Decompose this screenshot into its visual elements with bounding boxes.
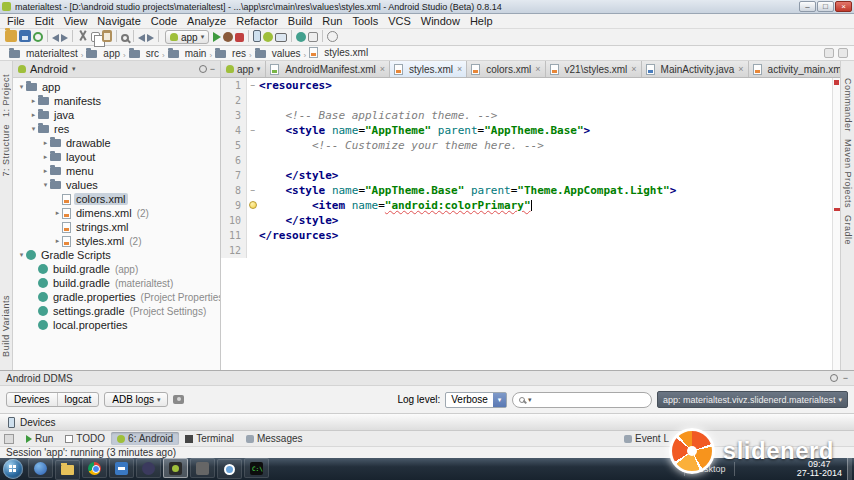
ddms-tab-logcat[interactable]: logcat: [57, 393, 99, 406]
browser-taskbar-button[interactable]: [28, 458, 53, 478]
editor-tab-androidmanifest-xml[interactable]: AndroidManifest.xml×: [266, 61, 390, 77]
console-taskbar-button[interactable]: [244, 458, 269, 478]
chevron-down-icon[interactable]: ▾: [29, 125, 38, 133]
tree-item-app[interactable]: ▾app: [13, 80, 220, 94]
help-icon[interactable]: [327, 31, 338, 42]
tree-item-build-gradle-app[interactable]: build.gradle(app): [13, 262, 220, 276]
error-stripe[interactable]: [832, 78, 840, 370]
sync-gradle-icon[interactable]: [296, 32, 306, 42]
editor-tab-v21-styles-xml[interactable]: v21\styles.xml×: [546, 61, 642, 77]
editor-tab-activity-main-xml[interactable]: activity_main.xml×: [749, 61, 840, 77]
tree-item-res[interactable]: ▾res: [13, 122, 220, 136]
code-line-10[interactable]: 10 </style>: [221, 213, 840, 228]
breadcrumb-item-src[interactable]: src: [126, 48, 162, 59]
hide-navbar-icon[interactable]: [838, 48, 848, 58]
module-tab-app[interactable]: app▾: [221, 61, 266, 77]
minimize-button[interactable]: –: [799, 1, 816, 12]
editor-tab-styles-xml[interactable]: styles.xml×: [390, 61, 467, 77]
avd-icon[interactable]: [253, 30, 261, 42]
tree-item-colors-xml[interactable]: colors.xml: [13, 192, 220, 206]
tool-window-corner-icon[interactable]: [4, 434, 14, 444]
tool-strip-1-project[interactable]: 1: Project: [1, 74, 11, 117]
breadcrumb-item-materialtest[interactable]: materialtest: [6, 48, 81, 59]
find-icon[interactable]: [121, 34, 129, 42]
code-editor[interactable]: 1−<resources>23 <!-- Base application th…: [221, 78, 840, 370]
stop-icon[interactable]: [235, 33, 244, 42]
chevron-down-icon[interactable]: ▾: [41, 181, 50, 189]
tree-item-styles-xml-2[interactable]: ▸styles.xml(2): [13, 234, 220, 248]
chevron-down-icon[interactable]: ▾: [17, 83, 26, 91]
event-log-button[interactable]: Event L: [624, 433, 669, 444]
menu-view[interactable]: View: [59, 14, 93, 28]
menu-file[interactable]: File: [2, 14, 30, 28]
fold-marker[interactable]: −: [247, 123, 259, 138]
menu-vcs[interactable]: VCS: [383, 14, 416, 28]
tool-strip-gradle[interactable]: Gradle: [843, 215, 853, 245]
tool-window-tab-messages[interactable]: Messages: [240, 432, 309, 445]
eclipse-taskbar-button[interactable]: [136, 458, 161, 478]
sync-icon[interactable]: [33, 32, 43, 42]
screenshot-icon[interactable]: [173, 395, 184, 404]
tool-window-tab-6-android[interactable]: 6: Android: [111, 432, 179, 445]
code-line-1[interactable]: 1−<resources>: [221, 78, 840, 93]
undo-icon[interactable]: [52, 34, 59, 42]
explorer-taskbar-button[interactable]: [55, 460, 80, 480]
gear-icon[interactable]: [199, 65, 207, 73]
code-line-9[interactable]: 9 <item name="android:colorPrimary": [221, 198, 840, 213]
fold-marker[interactable]: −: [247, 183, 259, 198]
run-config-select[interactable]: app ▾: [165, 30, 209, 44]
code-line-2[interactable]: 2: [221, 93, 840, 108]
intention-bulb-icon[interactable]: [249, 201, 257, 209]
menu-code[interactable]: Code: [146, 14, 182, 28]
tree-item-menu[interactable]: ▸menu: [13, 164, 220, 178]
menu-tools[interactable]: Tools: [347, 14, 383, 28]
menu-refactor[interactable]: Refactor: [231, 14, 283, 28]
start-button[interactable]: [3, 459, 23, 479]
tool-strip-maven-projects[interactable]: Maven Projects: [843, 139, 853, 208]
breadcrumb-item-main[interactable]: main: [165, 48, 210, 59]
run-icon[interactable]: [213, 32, 221, 42]
back-icon[interactable]: [138, 34, 145, 42]
tree-item-local-properties[interactable]: local.properties: [13, 318, 220, 332]
code-line-11[interactable]: 11</resources>: [221, 228, 840, 243]
tools-taskbar-button[interactable]: [190, 458, 215, 478]
scroll-to-source-icon[interactable]: [824, 48, 834, 58]
chevron-right-icon[interactable]: ▸: [29, 111, 38, 119]
tree-item-gradle-scripts[interactable]: ▾Gradle Scripts: [13, 248, 220, 262]
tool-window-tab-run[interactable]: Run: [20, 432, 59, 445]
menu-analyze[interactable]: Analyze: [182, 14, 231, 28]
fold-marker[interactable]: −: [247, 78, 259, 93]
cut-icon[interactable]: [77, 30, 89, 42]
menu-run[interactable]: Run: [317, 14, 347, 28]
code-line-6[interactable]: 6: [221, 153, 840, 168]
minimize-panel-icon[interactable]: −: [843, 374, 848, 383]
redo-icon[interactable]: [61, 34, 68, 42]
open-icon[interactable]: [5, 30, 17, 42]
maximize-button[interactable]: □: [817, 1, 834, 12]
chevron-right-icon[interactable]: ▸: [29, 97, 38, 105]
show-desktop-button[interactable]: [847, 458, 852, 480]
code-line-8[interactable]: 8− <style name="AppTheme.Base" parent="T…: [221, 183, 840, 198]
logcat-search-input[interactable]: ▾: [512, 392, 652, 408]
project-view-selector[interactable]: Android: [30, 63, 68, 75]
copy-icon[interactable]: [91, 32, 100, 42]
menu-edit[interactable]: Edit: [30, 14, 59, 28]
chrome-taskbar-button[interactable]: [82, 458, 107, 478]
breadcrumb-item-app[interactable]: app: [83, 48, 123, 59]
tab-close-icon[interactable]: ×: [457, 64, 462, 74]
breadcrumb-item-styles-xml[interactable]: styles.xml: [306, 47, 371, 58]
monitor-icon[interactable]: [275, 33, 287, 42]
tree-item-settings-gradle-project-settings[interactable]: settings.gradle(Project Settings): [13, 304, 220, 318]
menu-navigate[interactable]: Navigate: [92, 14, 145, 28]
editor-tab-colors-xml[interactable]: colors.xml×: [467, 61, 545, 77]
code-line-12[interactable]: 12: [221, 243, 840, 258]
tool-window-tab-todo[interactable]: TODO: [59, 432, 111, 445]
code-line-7[interactable]: 7 </style>: [221, 168, 840, 183]
chevron-right-icon[interactable]: ▸: [53, 209, 62, 217]
code-line-3[interactable]: 3 <!-- Base application theme. -->: [221, 108, 840, 123]
chevron-right-icon[interactable]: ▸: [41, 153, 50, 161]
camera-taskbar-button[interactable]: [217, 459, 242, 479]
tree-item-java[interactable]: ▸java: [13, 108, 220, 122]
sdk-icon[interactable]: [263, 32, 273, 42]
menu-help[interactable]: Help: [465, 14, 498, 28]
